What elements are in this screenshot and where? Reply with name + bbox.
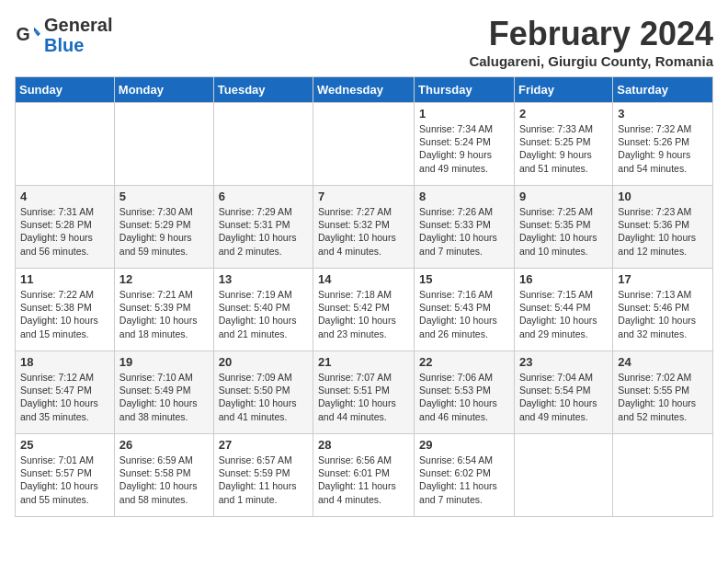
day-info: Sunrise: 7:26 AM Sunset: 5:33 PM Dayligh… xyxy=(419,205,509,258)
day-info: Sunrise: 7:25 AM Sunset: 5:35 PM Dayligh… xyxy=(519,205,608,258)
table-row: 9Sunrise: 7:25 AM Sunset: 5:35 PM Daylig… xyxy=(514,186,612,269)
day-number: 9 xyxy=(519,190,608,203)
table-row: 25Sunrise: 7:01 AM Sunset: 5:57 PM Dayli… xyxy=(16,434,115,517)
table-row xyxy=(16,103,115,186)
col-monday: Monday xyxy=(114,77,213,103)
day-number: 16 xyxy=(519,272,608,286)
logo-general: General xyxy=(44,15,112,35)
day-info: Sunrise: 7:19 AM Sunset: 5:40 PM Dayligh… xyxy=(219,288,308,340)
day-info: Sunrise: 7:02 AM Sunset: 5:55 PM Dayligh… xyxy=(618,371,708,423)
table-row: 23Sunrise: 7:04 AM Sunset: 5:54 PM Dayli… xyxy=(514,351,612,434)
location-subtitle: Calugareni, Giurgiu County, Romania xyxy=(469,53,713,69)
title-block: February 2024 Calugareni, Giurgiu County… xyxy=(469,15,713,69)
day-number: 24 xyxy=(618,355,708,369)
table-row xyxy=(114,103,213,186)
day-info: Sunrise: 7:13 AM Sunset: 5:46 PM Dayligh… xyxy=(618,288,708,340)
day-number: 18 xyxy=(20,355,109,369)
day-info: Sunrise: 6:57 AM Sunset: 5:59 PM Dayligh… xyxy=(219,454,308,506)
table-row: 4Sunrise: 7:31 AM Sunset: 5:28 PM Daylig… xyxy=(16,186,115,269)
day-info: Sunrise: 7:16 AM Sunset: 5:43 PM Dayligh… xyxy=(419,288,509,340)
table-row: 5Sunrise: 7:30 AM Sunset: 5:29 PM Daylig… xyxy=(114,186,213,269)
day-info: Sunrise: 6:59 AM Sunset: 5:58 PM Dayligh… xyxy=(119,454,209,506)
table-row: 11Sunrise: 7:22 AM Sunset: 5:38 PM Dayli… xyxy=(16,269,115,351)
day-number: 1 xyxy=(419,107,509,121)
day-number: 21 xyxy=(318,355,409,369)
table-row: 21Sunrise: 7:07 AM Sunset: 5:51 PM Dayli… xyxy=(313,351,415,434)
table-row: 20Sunrise: 7:09 AM Sunset: 5:50 PM Dayli… xyxy=(213,351,313,434)
logo: G General Blue xyxy=(15,15,112,55)
table-row xyxy=(613,434,713,517)
day-number: 13 xyxy=(219,272,308,286)
col-wednesday: Wednesday xyxy=(313,77,415,103)
day-number: 3 xyxy=(618,107,708,121)
month-title: February 2024 xyxy=(469,15,713,53)
day-info: Sunrise: 7:27 AM Sunset: 5:32 PM Dayligh… xyxy=(318,205,409,258)
day-info: Sunrise: 7:09 AM Sunset: 5:50 PM Dayligh… xyxy=(219,371,308,423)
day-number: 15 xyxy=(419,272,509,286)
day-number: 22 xyxy=(419,355,509,369)
col-thursday: Thursday xyxy=(415,77,515,103)
svg-text:G: G xyxy=(16,24,29,44)
day-info: Sunrise: 7:33 AM Sunset: 5:25 PM Dayligh… xyxy=(519,122,608,175)
table-row: 10Sunrise: 7:23 AM Sunset: 5:36 PM Dayli… xyxy=(613,186,713,269)
day-number: 12 xyxy=(119,272,209,286)
calendar-week-row: 18Sunrise: 7:12 AM Sunset: 5:47 PM Dayli… xyxy=(16,351,713,434)
day-info: Sunrise: 7:23 AM Sunset: 5:36 PM Dayligh… xyxy=(618,205,708,258)
day-number: 19 xyxy=(119,355,209,369)
table-row: 13Sunrise: 7:19 AM Sunset: 5:40 PM Dayli… xyxy=(213,269,313,351)
calendar-week-row: 25Sunrise: 7:01 AM Sunset: 5:57 PM Dayli… xyxy=(16,434,713,517)
table-row: 18Sunrise: 7:12 AM Sunset: 5:47 PM Dayli… xyxy=(16,351,115,434)
table-row: 17Sunrise: 7:13 AM Sunset: 5:46 PM Dayli… xyxy=(613,269,713,351)
table-row: 24Sunrise: 7:02 AM Sunset: 5:55 PM Dayli… xyxy=(613,351,713,434)
calendar-header-row: Sunday Monday Tuesday Wednesday Thursday… xyxy=(16,77,713,103)
day-info: Sunrise: 7:30 AM Sunset: 5:29 PM Dayligh… xyxy=(119,205,209,258)
table-row: 27Sunrise: 6:57 AM Sunset: 5:59 PM Dayli… xyxy=(213,434,313,517)
day-info: Sunrise: 7:31 AM Sunset: 5:28 PM Dayligh… xyxy=(20,205,109,258)
logo-icon: G xyxy=(15,22,40,48)
day-info: Sunrise: 7:12 AM Sunset: 5:47 PM Dayligh… xyxy=(20,371,109,423)
logo-blue: Blue xyxy=(44,35,112,55)
col-friday: Friday xyxy=(514,77,612,103)
col-sunday: Sunday xyxy=(16,77,115,103)
day-number: 6 xyxy=(219,190,308,203)
day-number: 11 xyxy=(20,272,109,286)
day-number: 29 xyxy=(419,438,509,452)
calendar-week-row: 4Sunrise: 7:31 AM Sunset: 5:28 PM Daylig… xyxy=(16,186,713,269)
day-info: Sunrise: 7:34 AM Sunset: 5:24 PM Dayligh… xyxy=(419,122,509,175)
day-number: 28 xyxy=(318,438,409,452)
table-row: 2Sunrise: 7:33 AM Sunset: 5:25 PM Daylig… xyxy=(514,103,612,186)
day-info: Sunrise: 7:10 AM Sunset: 5:49 PM Dayligh… xyxy=(119,371,209,423)
table-row xyxy=(514,434,612,517)
day-number: 4 xyxy=(20,190,109,203)
day-info: Sunrise: 7:01 AM Sunset: 5:57 PM Dayligh… xyxy=(20,454,109,506)
calendar-table: Sunday Monday Tuesday Wednesday Thursday… xyxy=(15,76,713,517)
table-row: 19Sunrise: 7:10 AM Sunset: 5:49 PM Dayli… xyxy=(114,351,213,434)
day-info: Sunrise: 7:15 AM Sunset: 5:44 PM Dayligh… xyxy=(519,288,608,340)
table-row: 3Sunrise: 7:32 AM Sunset: 5:26 PM Daylig… xyxy=(613,103,713,186)
table-row: 22Sunrise: 7:06 AM Sunset: 5:53 PM Dayli… xyxy=(415,351,515,434)
day-number: 23 xyxy=(519,355,608,369)
day-number: 8 xyxy=(419,190,509,203)
day-info: Sunrise: 7:32 AM Sunset: 5:26 PM Dayligh… xyxy=(618,122,708,175)
day-number: 20 xyxy=(219,355,308,369)
table-row: 14Sunrise: 7:18 AM Sunset: 5:42 PM Dayli… xyxy=(313,269,415,351)
day-info: Sunrise: 7:29 AM Sunset: 5:31 PM Dayligh… xyxy=(219,205,308,258)
page-header: G General Blue February 2024 Calugareni,… xyxy=(15,15,713,69)
day-info: Sunrise: 6:54 AM Sunset: 6:02 PM Dayligh… xyxy=(419,454,509,506)
day-info: Sunrise: 7:07 AM Sunset: 5:51 PM Dayligh… xyxy=(318,371,409,423)
day-number: 17 xyxy=(618,272,708,286)
day-info: Sunrise: 7:04 AM Sunset: 5:54 PM Dayligh… xyxy=(519,371,608,423)
table-row: 16Sunrise: 7:15 AM Sunset: 5:44 PM Dayli… xyxy=(514,269,612,351)
day-info: Sunrise: 6:56 AM Sunset: 6:01 PM Dayligh… xyxy=(318,454,409,506)
table-row: 29Sunrise: 6:54 AM Sunset: 6:02 PM Dayli… xyxy=(415,434,515,517)
col-saturday: Saturday xyxy=(613,77,713,103)
calendar-week-row: 11Sunrise: 7:22 AM Sunset: 5:38 PM Dayli… xyxy=(16,269,713,351)
day-number: 7 xyxy=(318,190,409,203)
table-row xyxy=(213,103,313,186)
table-row: 28Sunrise: 6:56 AM Sunset: 6:01 PM Dayli… xyxy=(313,434,415,517)
day-number: 26 xyxy=(119,438,209,452)
table-row: 1Sunrise: 7:34 AM Sunset: 5:24 PM Daylig… xyxy=(415,103,515,186)
calendar-week-row: 1Sunrise: 7:34 AM Sunset: 5:24 PM Daylig… xyxy=(16,103,713,186)
day-number: 2 xyxy=(519,107,608,121)
day-number: 10 xyxy=(618,190,708,203)
